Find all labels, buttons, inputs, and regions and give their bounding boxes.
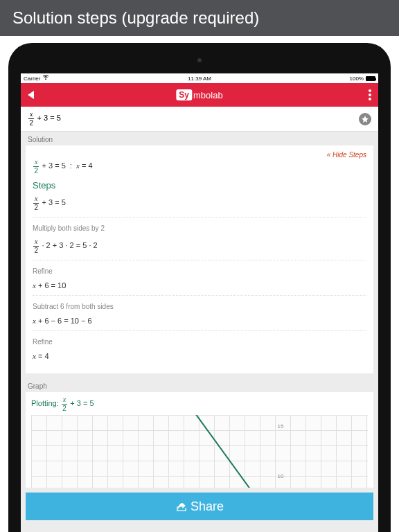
logo-suffix: mbolab <box>193 90 223 100</box>
favorite-button[interactable] <box>359 113 371 125</box>
promo-banner: Solution steps (upgrade required) <box>0 0 399 36</box>
step-desc: Subtract 6 from both sides <box>33 303 366 312</box>
svg-point-0 <box>46 79 47 80</box>
graph-canvas[interactable]: 15 10 <box>31 415 368 488</box>
wifi-icon <box>42 75 49 82</box>
carrier-label: Carrier <box>24 76 40 82</box>
step-expr: x2 · 2 + 3 · 2 = 5 · 2 <box>33 236 366 260</box>
graph-section-label: Graph <box>21 378 378 392</box>
equation-display: x2 + 3 = 5 <box>28 111 61 127</box>
solution-card: « Hide Steps x2 + 3 = 5 : x = 4 Steps x2… <box>26 145 373 373</box>
graph-card: Plotting: x2 + 3 = 5 15 10 <box>26 392 373 488</box>
app-logo: Sy mbolab <box>176 89 222 100</box>
original-equation: x2 + 3 = 5 <box>33 193 366 218</box>
equation-input-row: x2 + 3 = 5 <box>21 107 378 132</box>
menu-button[interactable] <box>369 89 371 100</box>
plot-line <box>180 415 254 488</box>
share-button[interactable]: Share <box>26 493 373 520</box>
step-expr: x + 6 − 6 = 10 − 6 <box>33 314 366 331</box>
step-desc: Multiply both sides by 2 <box>33 224 366 234</box>
battery-icon <box>366 76 375 81</box>
app-header: Sy mbolab <box>21 83 378 107</box>
content-scroll[interactable]: x2 + 3 = 5 Solution « Hide Steps x2 + 3 … <box>21 107 378 532</box>
ipad-bezel: Carrier 11:39 AM 100% Sy mbolab <box>8 43 391 532</box>
steps-heading: Steps <box>33 180 366 190</box>
banner-text: Solution steps (upgrade required) <box>12 8 259 28</box>
y-tick: 10 <box>278 473 284 479</box>
step-desc: Refine <box>33 338 366 348</box>
plotting-label: Plotting: x2 + 3 = 5 <box>31 396 368 412</box>
clock-label: 11:39 AM <box>141 76 258 82</box>
app-screen: Carrier 11:39 AM 100% Sy mbolab <box>21 73 378 532</box>
device-frame: Carrier 11:39 AM 100% Sy mbolab <box>0 36 399 532</box>
y-tick: 15 <box>278 423 284 429</box>
share-label: Share <box>190 499 224 514</box>
solution-answer: x2 + 3 = 5 : x = 4 <box>33 159 366 175</box>
solution-section-label: Solution <box>21 132 378 145</box>
back-button[interactable] <box>28 91 34 99</box>
step-expr: x + 6 = 10 <box>33 279 366 296</box>
status-bar: Carrier 11:39 AM 100% <box>21 73 378 83</box>
share-icon <box>175 502 186 511</box>
hide-steps-link[interactable]: « Hide Steps <box>327 151 366 159</box>
step-expr: x = 4 <box>33 350 366 366</box>
step-desc: Refine <box>33 267 366 277</box>
logo-prefix: Sy <box>176 89 192 100</box>
battery-percent: 100% <box>350 76 364 82</box>
